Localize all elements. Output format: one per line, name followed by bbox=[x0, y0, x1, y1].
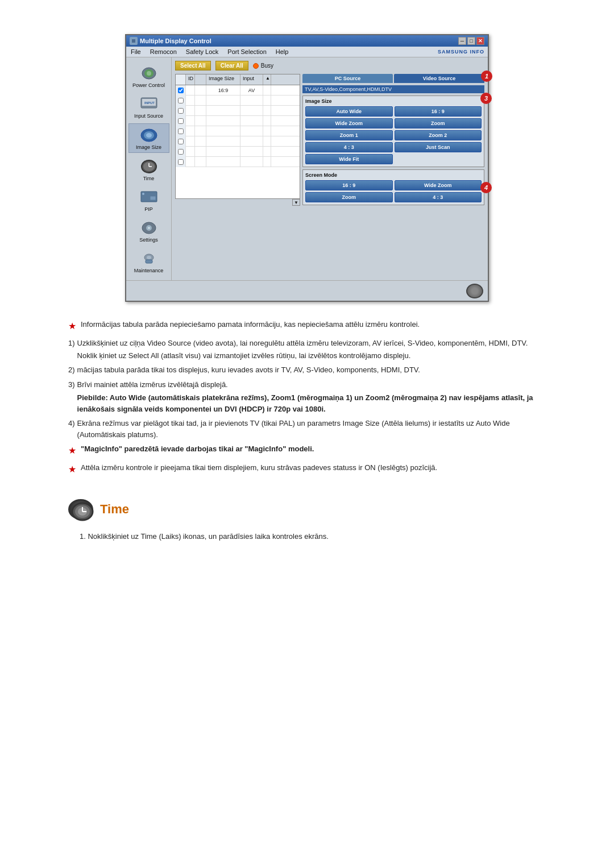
num-label-4: 4) bbox=[68, 418, 75, 440]
video-source-tab[interactable]: Video Source bbox=[394, 74, 484, 83]
source-info: TV,AV,S-Video,Component,HDMI,DTV bbox=[302, 85, 484, 93]
row-checkbox[interactable] bbox=[178, 139, 184, 144]
footer-button[interactable] bbox=[466, 284, 483, 298]
sidebar-label-input: Input Source bbox=[134, 113, 163, 119]
zoom1-button[interactable]: Zoom 1 bbox=[305, 130, 393, 140]
cell-scroll bbox=[263, 85, 271, 95]
sidebar-item-time[interactable]: Time bbox=[128, 155, 169, 184]
svg-rect-22 bbox=[146, 260, 152, 263]
row-checkbox[interactable] bbox=[178, 108, 184, 114]
cell-input bbox=[240, 106, 263, 115]
numbered-note-1: 1) Uzklikšķiniet uz ciļņa Video Source (… bbox=[68, 338, 546, 361]
auto-wide-button[interactable]: Auto Wide bbox=[305, 106, 393, 117]
sidebar-item-imagesize[interactable]: Image Size bbox=[128, 123, 169, 153]
cell-check[interactable] bbox=[176, 95, 186, 106]
svg-point-23 bbox=[147, 256, 151, 259]
content-area: ID Image Size Input ▲ bbox=[175, 74, 484, 277]
cell-id bbox=[186, 136, 195, 146]
clear-all-button[interactable]: Clear All bbox=[215, 61, 248, 70]
cell-input bbox=[240, 147, 263, 156]
row-checkbox[interactable] bbox=[178, 159, 184, 165]
cell-imgsize: 16:9 bbox=[206, 85, 240, 95]
main-content: Select All Clear All Busy bbox=[172, 57, 488, 280]
window-title: Multiple Display Control bbox=[140, 38, 211, 44]
sidebar-item-pip[interactable]: PIP bbox=[128, 186, 169, 214]
wide-fit-button[interactable]: Wide Fit bbox=[305, 154, 393, 164]
cell-id bbox=[186, 126, 195, 136]
content-section: ★ Informācijas tabula parāda nepieciešam… bbox=[51, 319, 563, 542]
row-checkbox[interactable] bbox=[178, 88, 184, 93]
table-row: 16:9 AV bbox=[176, 85, 300, 95]
table-row bbox=[176, 157, 300, 167]
cell-check[interactable] bbox=[176, 106, 186, 116]
cell-input bbox=[240, 136, 263, 146]
cell-scroll bbox=[263, 126, 271, 136]
wide-zoom-button[interactable]: Wide Zoom bbox=[305, 118, 393, 128]
16-9-button[interactable]: 16 : 9 bbox=[395, 106, 482, 117]
cell-input bbox=[240, 157, 263, 167]
row-checkbox[interactable] bbox=[178, 98, 184, 103]
screen-wide-zoom-button[interactable]: Wide Zoom bbox=[395, 180, 482, 190]
cell-input bbox=[240, 95, 263, 105]
cell-check[interactable] bbox=[176, 116, 186, 126]
cell-name bbox=[195, 126, 206, 136]
cell-check[interactable] bbox=[176, 126, 186, 136]
screen-zoom-button[interactable]: Zoom bbox=[305, 192, 393, 202]
cell-input bbox=[240, 126, 263, 136]
scroll-down-arrow[interactable]: ▼ bbox=[292, 199, 300, 206]
table-row bbox=[176, 106, 300, 116]
close-button[interactable]: ✕ bbox=[476, 37, 484, 45]
sidebar-label-power: Power Control bbox=[132, 82, 165, 88]
4-3-button[interactable]: 4 : 3 bbox=[305, 142, 393, 152]
menu-remocon[interactable]: Remocon bbox=[149, 48, 178, 56]
menu-safetylock[interactable]: Safety Lock bbox=[185, 48, 219, 56]
minimize-button[interactable]: ─ bbox=[458, 37, 466, 45]
sidebar-label-settings: Settings bbox=[139, 237, 158, 243]
zoom-button[interactable]: Zoom bbox=[395, 118, 482, 128]
screen-4-3-button[interactable]: 4 : 3 bbox=[395, 192, 482, 202]
cell-name bbox=[195, 136, 206, 146]
cell-input bbox=[240, 116, 263, 126]
sidebar-item-settings[interactable]: Settings bbox=[128, 217, 169, 245]
time-note-num: 1. bbox=[80, 532, 86, 541]
right-panel: 1 PC Source Video Source TV,AV,S-Video,C… bbox=[302, 74, 484, 277]
cell-name bbox=[195, 116, 206, 126]
svg-rect-1 bbox=[132, 39, 135, 43]
star-symbol-3: ★ bbox=[68, 463, 76, 476]
cell-check[interactable] bbox=[176, 85, 186, 95]
menu-portselection[interactable]: Port Selection bbox=[226, 48, 267, 56]
just-scan-button[interactable]: Just Scan bbox=[395, 142, 482, 152]
cell-name bbox=[195, 95, 206, 105]
cell-check[interactable] bbox=[176, 157, 186, 167]
sidebar-item-input[interactable]: INPUT Input Source bbox=[128, 93, 169, 121]
sidebar-item-maintenance[interactable]: Maintenance bbox=[128, 247, 169, 276]
source-tabs: PC Source Video Source bbox=[302, 74, 484, 83]
num-label-1: 1) bbox=[68, 338, 75, 361]
zoom2-button[interactable]: Zoom 2 bbox=[395, 130, 482, 140]
row-checkbox[interactable] bbox=[178, 128, 184, 134]
select-all-button[interactable]: Select All bbox=[175, 61, 211, 70]
titlebar-controls: ─ □ ✕ bbox=[458, 37, 484, 45]
menu-help[interactable]: Help bbox=[275, 48, 290, 56]
cell-check[interactable] bbox=[176, 136, 186, 147]
num-3-main: Brīvi mainiet attēla izmērus izvēlētajā … bbox=[77, 379, 546, 391]
numbered-note-4: 4) Ekrāna režīmus var pielāgot tikai tad… bbox=[68, 418, 546, 440]
star-note-1-text: Informācijas tabula parāda nepieciešamo … bbox=[81, 319, 420, 333]
num-content-2: mācijas tabula parāda tikai tos displeju… bbox=[77, 364, 546, 376]
toolbar: Select All Clear All Busy bbox=[175, 61, 484, 70]
cell-imgsize bbox=[206, 136, 240, 146]
screen-16-9-button[interactable]: 16 : 9 bbox=[305, 180, 393, 190]
numbered-note-2: 2) mācijas tabula parāda tikai tos displ… bbox=[68, 364, 546, 376]
busy-label: Busy bbox=[261, 63, 273, 69]
sidebar-label-pip: PIP bbox=[144, 206, 153, 212]
pip-icon bbox=[139, 188, 159, 205]
restore-button[interactable]: □ bbox=[467, 37, 475, 45]
pc-source-tab[interactable]: PC Source bbox=[302, 74, 393, 83]
cell-check[interactable] bbox=[176, 147, 186, 157]
row-checkbox[interactable] bbox=[178, 149, 184, 155]
time-note-text: Noklikšķiniet uz Time (Laiks) ikonas, un… bbox=[88, 532, 328, 541]
row-checkbox[interactable] bbox=[178, 118, 184, 124]
sidebar-item-power[interactable]: Power Control bbox=[128, 62, 169, 90]
cell-name bbox=[195, 106, 206, 115]
menu-file[interactable]: File bbox=[130, 48, 142, 56]
